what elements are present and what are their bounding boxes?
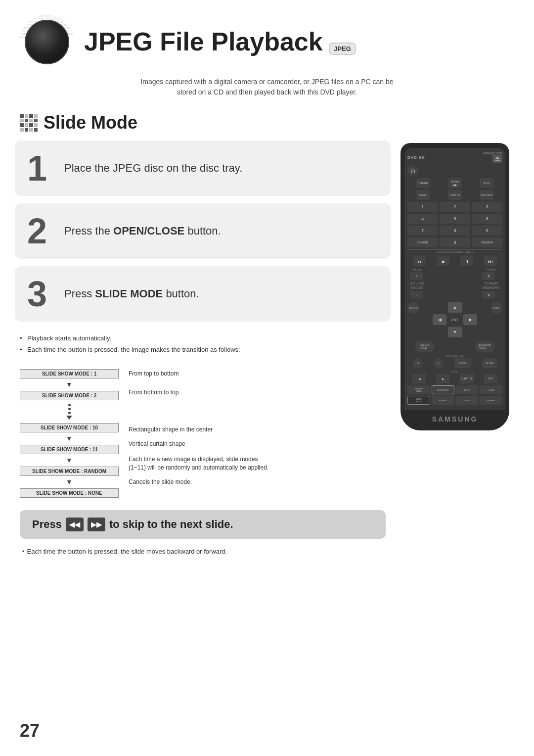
- d-right[interactable]: ▶: [463, 314, 477, 325]
- remote-brand-row: DVD-9K OPEN/CLOSE: [407, 152, 502, 163]
- disc-decoration: 0101010101010101010101010101010101010101…: [20, 15, 74, 69]
- search-song-btn[interactable]: SEARCHSONG: [415, 341, 435, 352]
- prev-btn[interactable]: ◀◀: [66, 518, 84, 531]
- num-9[interactable]: 9: [472, 226, 502, 236]
- step-1-text: Place the JPEG disc on the disc tray.: [64, 161, 242, 176]
- pause-btn[interactable]: ⏸: [460, 256, 473, 266]
- subtitle: Images captured with a digital camera or…: [0, 74, 534, 107]
- step-2-number: 2: [27, 213, 57, 249]
- eject-button[interactable]: [492, 155, 502, 163]
- dots-1: [20, 404, 119, 420]
- page-title: JPEG File Playback: [84, 27, 323, 56]
- left-column: 1 Place the JPEG disc on the disc tray. …: [15, 141, 391, 559]
- band-btn[interactable]: BAND◀▶: [448, 178, 462, 188]
- topic-next[interactable]: ▶: [436, 374, 450, 383]
- d-empty-bl: [433, 327, 446, 337]
- key-control-label: ← KEY CONTROL →: [407, 354, 502, 357]
- volume-buttons: + SOUNDMODE -: [410, 272, 424, 299]
- num-3[interactable]: 3: [472, 202, 502, 212]
- next-btn[interactable]: ▶▶: [88, 518, 105, 531]
- bullet-2: Each time the button is pressed, the ima…: [20, 345, 386, 354]
- step-2-box: 2 Press the OPEN/CLOSE button.: [15, 203, 391, 259]
- enter-btn[interactable]: ENT: [448, 314, 462, 325]
- stereo-btn[interactable]: STEREOMALE: [407, 385, 430, 394]
- desc-11: Vertical curtain shape: [129, 440, 268, 448]
- adrs-btn[interactable]: ADRS: [456, 385, 479, 394]
- slide-mode-btn[interactable]: SLIDEMODE: [407, 396, 430, 405]
- prev-track-btn[interactable]: ⏮: [413, 256, 426, 266]
- repeat-ab-btn[interactable]: REPEAT A-B: [432, 385, 454, 394]
- num-2[interactable]: 2: [440, 202, 470, 212]
- zoom-btn[interactable]: ZOOM: [454, 358, 471, 368]
- menu-btn[interactable]: MENU: [407, 302, 419, 314]
- dvd-section-label: — DVD-DK/DVD/TAPE/TUNER —: [407, 249, 502, 255]
- num-6[interactable]: 6: [472, 214, 502, 224]
- fav-song-btn[interactable]: FAVORITESONG: [475, 341, 495, 352]
- slide-mode-none: SLIDE SHOW MODE : NONE: [20, 488, 119, 498]
- next-track-btn[interactable]: ⏭: [484, 256, 497, 266]
- topic-prev[interactable]: ◀: [412, 374, 426, 383]
- press-prefix: Press: [32, 518, 62, 531]
- tuning-label: TUNING: [486, 268, 495, 271]
- skip-row: SLEEP TAPE 1/2 DISC SKIP: [407, 190, 502, 200]
- d-left[interactable]: ◀: [433, 314, 446, 325]
- reserve-btn[interactable]: RESERVE: [472, 237, 502, 247]
- function-row: TUNER BAND◀▶ AUX: [407, 178, 502, 188]
- disc-circle: [25, 20, 69, 64]
- d-down[interactable]: ▼: [448, 327, 462, 337]
- tape-skip-btn[interactable]: TAPE 1/2: [448, 190, 462, 200]
- repeat-btn[interactable]: REPEAT: [432, 396, 454, 405]
- desc-10: Rectangular shape in the center: [129, 426, 268, 434]
- disc-skip-btn[interactable]: DISC SKIP: [480, 190, 493, 200]
- stop-btn[interactable]: ■: [437, 256, 449, 266]
- aux-btn[interactable]: AUX: [480, 178, 493, 188]
- power-row: ⏻: [407, 165, 502, 176]
- dvd-btn[interactable]: DVD: [490, 302, 502, 314]
- num-7[interactable]: 7: [407, 226, 438, 236]
- d-up[interactable]: ▲: [448, 302, 462, 313]
- mosaic-icon: [20, 114, 38, 132]
- topic-label: ← TOPIC →: [407, 370, 502, 373]
- slide-mode-11: SLIDE SHOW MODE : 11: [20, 445, 119, 454]
- remote-top: DVD-9K OPEN/CLOSE ⏻: [404, 148, 505, 410]
- num-1[interactable]: 1: [407, 202, 438, 212]
- num-0[interactable]: 0: [440, 237, 470, 247]
- power-button[interactable]: ⏻: [407, 165, 418, 176]
- directional-pad: ▲ ◀ ENT ▶ ▼: [433, 302, 477, 337]
- slow-btn[interactable]: SLOW: [482, 358, 497, 368]
- s-view-btn[interactable]: S.VIEW: [480, 385, 502, 394]
- slide-mode-1: SLIDE SHOW MODE : 1: [20, 369, 119, 378]
- num-8[interactable]: 8: [440, 226, 470, 236]
- d-key[interactable]: D: [413, 358, 423, 368]
- samsung-logo: SAMSUNG: [404, 413, 505, 425]
- bullet-section: Playback starts automatically. Each time…: [15, 329, 391, 362]
- desc-random: Each time a new image is displayed, slid…: [129, 455, 268, 472]
- slide-desc-column: From top to bottom From bottom to top Re…: [129, 369, 268, 497]
- cancel-btn[interactable]: CANCEL: [407, 237, 438, 247]
- num-4[interactable]: 4: [407, 214, 438, 224]
- page-number: 27: [20, 720, 40, 741]
- tuner-btn[interactable]: TUNER: [416, 178, 430, 188]
- remain-btn[interactable]: REMAIN: [480, 396, 502, 405]
- jpeg-badge: JPEG: [329, 43, 356, 55]
- logo-btn[interactable]: LOGO: [456, 396, 479, 405]
- vol-down[interactable]: -: [410, 291, 423, 299]
- subtitle-btn[interactable]: SUBTITLE: [460, 374, 474, 383]
- vol-up[interactable]: +: [410, 272, 423, 280]
- d-pad-area: MENU ▲ ◀ ENT ▶ ▼ DVD: [407, 302, 502, 339]
- d-empty-tr: [463, 302, 477, 313]
- step-1-number: 1: [27, 150, 57, 186]
- tune-down[interactable]: ∨: [482, 291, 495, 299]
- tune-up[interactable]: ∧: [482, 272, 495, 280]
- topic-row: ◀ ▶ SUBTITLE TOP: [407, 374, 502, 383]
- arrow-3: ▼: [20, 456, 119, 465]
- press-suffix: to skip to the next slide.: [109, 518, 233, 531]
- volume-label: VOLUME: [412, 268, 422, 271]
- hash-key[interactable]: #: [434, 358, 444, 368]
- num-5[interactable]: 5: [440, 214, 470, 224]
- slide-modes-column: SLIDE SHOW MODE : 1 ▼ SLIDE SHOW MODE : …: [20, 369, 119, 497]
- top-btn[interactable]: TOP: [484, 374, 497, 383]
- dvd-brand-text: DVD-9K: [407, 155, 425, 160]
- sleep-btn[interactable]: SLEEP: [416, 190, 430, 200]
- volume-tuning-row: VOLUME + SOUNDMODE - TUNING ∧ TUNERMEMOR…: [407, 268, 502, 299]
